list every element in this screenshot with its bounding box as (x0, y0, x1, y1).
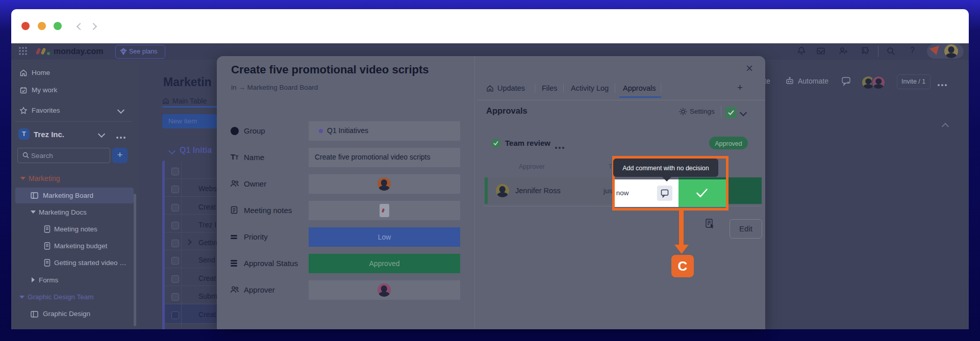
settings-gear-icon[interactable] (679, 107, 688, 116)
approvals-heading: Approvals (486, 106, 527, 116)
inbox-icon[interactable] (816, 46, 826, 56)
gdt-collapse-icon[interactable] (19, 296, 24, 299)
breadcrumb-target[interactable]: Marketing Board Board (247, 84, 318, 91)
sidebar-item-marketing-budget[interactable]: Marketing budget (54, 242, 107, 250)
edit-doc-cursor-icon[interactable] (705, 218, 716, 230)
traffic-light-zoom[interactable] (54, 22, 62, 30)
edit-button[interactable]: Edit (730, 219, 762, 239)
meeting-notes-doc-icon (231, 206, 238, 214)
invite-button[interactable]: Invite / 1 (897, 74, 931, 89)
sidebar-workspace-graphic-design-team[interactable]: Graphic Design Team (28, 293, 94, 301)
sidebar-item-home[interactable]: Home (32, 69, 50, 76)
help-icon[interactable]: ? (910, 46, 915, 55)
automate-button[interactable]: Automate (798, 77, 828, 85)
approver-row-accent (485, 177, 488, 204)
tab-activity-log[interactable]: Activity Log (571, 84, 609, 92)
table-row[interactable]: Creat (198, 203, 217, 211)
approver-value-cell[interactable] (309, 280, 460, 300)
add-board-button[interactable]: + (112, 148, 128, 163)
row-separator (165, 268, 217, 268)
updates-home-icon (486, 85, 494, 92)
table-row[interactable]: Websi (198, 185, 217, 193)
chat-bubble-icon[interactable] (841, 75, 852, 87)
name-value: Create five promotional video scripts (315, 153, 430, 161)
table-row[interactable]: Send t (198, 256, 217, 264)
approver-avatar[interactable] (378, 283, 391, 297)
row-checkbox[interactable] (171, 275, 179, 283)
marketing-docs-collapse-icon[interactable] (31, 211, 36, 214)
sidebar-item-marketing-docs[interactable]: Marketing Docs (39, 208, 87, 216)
my-work-icon (19, 86, 28, 94)
row-checkbox[interactable] (171, 293, 179, 301)
row-checkbox[interactable] (171, 222, 179, 229)
marketing-collapse-icon[interactable] (20, 177, 26, 180)
sidebar-item-favorites[interactable]: Favorites (32, 107, 60, 114)
row-separator (165, 250, 217, 250)
tab-main-table[interactable]: Main Table (172, 97, 207, 105)
row-checkbox[interactable] (171, 240, 179, 247)
meeting-notes-value-cell[interactable] (309, 201, 460, 220)
owner-avatar[interactable] (378, 177, 391, 191)
marketplace-puzzle-icon[interactable] (861, 46, 871, 56)
table-row[interactable]: Creat (198, 310, 217, 319)
tab-approvals[interactable]: Approvals (623, 84, 656, 92)
workspace-avatar[interactable]: T (18, 128, 30, 140)
table-row[interactable]: Subm (198, 292, 217, 300)
sidebar-item-marketing-board[interactable]: Marketing Board (43, 192, 93, 199)
notifications-bell-icon[interactable] (796, 46, 807, 56)
close-icon[interactable]: × (746, 61, 753, 75)
approval-status-value-cell[interactable]: Approved (309, 254, 460, 273)
search-icon[interactable] (886, 46, 896, 56)
monday-doc-file-icon[interactable] (380, 204, 389, 217)
row-checkbox-selected[interactable] (171, 311, 179, 319)
sidebar-item-graphic-design[interactable]: Graphic Design (43, 310, 90, 318)
workspace-name[interactable]: Trez Inc. (34, 130, 64, 139)
row-checkbox[interactable] (171, 168, 179, 175)
name-value-cell[interactable]: Create five promotional video scripts (309, 148, 460, 167)
status-badge: Approved (709, 137, 748, 149)
people-icon (230, 285, 240, 294)
user-avatar[interactable] (944, 44, 958, 58)
group-value-cell[interactable]: Q1 Initiatives (309, 121, 460, 141)
sidebar-search-input[interactable] (17, 148, 110, 163)
row-checkbox[interactable] (171, 204, 179, 212)
row-checkbox[interactable] (171, 186, 179, 193)
tab-updates[interactable]: Updates (497, 84, 525, 92)
group-title[interactable]: Q1 Initia (180, 146, 212, 155)
invite-members-icon[interactable] (838, 46, 848, 56)
letter-t-small: T (235, 155, 238, 161)
settings-label[interactable]: Settings (690, 108, 715, 115)
owner-value-cell[interactable] (309, 174, 460, 194)
sidebar-workspace-marketing[interactable]: Marketing (29, 174, 60, 182)
table-row[interactable]: Trez In (198, 221, 217, 229)
new-item-button[interactable]: New item (162, 114, 217, 128)
sidebar-search-icon (22, 151, 30, 159)
workspace-more-icon[interactable] (116, 133, 127, 142)
table-row[interactable]: Creat (198, 274, 217, 282)
approval-toggle-checkbox[interactable] (725, 107, 737, 118)
tab-files[interactable]: Files (542, 84, 558, 92)
sidebar-item-my-work[interactable]: My work (32, 86, 57, 94)
main-table-home-icon (162, 97, 169, 104)
row-checkbox[interactable] (171, 257, 179, 265)
people-icon (230, 179, 240, 188)
priority-value-cell[interactable]: Low (309, 227, 460, 247)
add-tab-icon[interactable]: + (737, 82, 743, 93)
sidebar-scrollbar[interactable] (134, 194, 136, 326)
member-avatar[interactable] (871, 75, 886, 90)
traffic-light-minimize[interactable] (38, 22, 46, 30)
step-more-icon[interactable] (555, 143, 566, 152)
sidebar-item-meeting-notes[interactable]: Meeting notes (54, 225, 97, 233)
board-more-icon[interactable] (938, 80, 948, 89)
doc-icon (44, 242, 51, 250)
sidebar-item-getting-started[interactable]: Getting started video … (54, 259, 131, 267)
header-divider (721, 106, 721, 117)
apps-grid-icon[interactable] (18, 46, 28, 56)
field-label-group: Group (244, 126, 265, 135)
forms-expand-icon[interactable] (32, 277, 35, 282)
row-separator (165, 304, 217, 304)
traffic-light-close[interactable] (21, 22, 30, 30)
sidebar-item-forms[interactable]: Forms (39, 276, 58, 284)
table-row[interactable]: Gettin (198, 239, 217, 247)
see-plans-button[interactable]: See plans (115, 45, 165, 59)
